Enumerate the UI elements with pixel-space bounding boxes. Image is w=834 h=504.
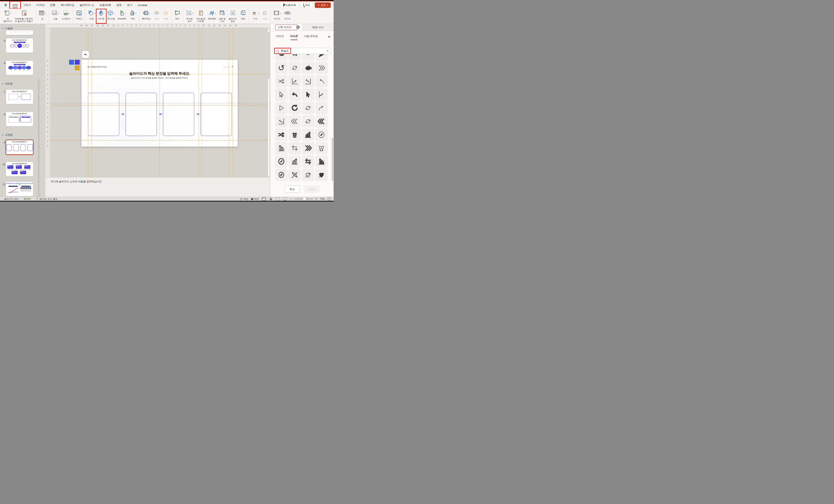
stock-icon-bar-chart-decline-outline[interactable] [275, 142, 288, 154]
stock-icon-compass-bold[interactable] [275, 155, 288, 168]
메모-button[interactable]: 메모 [301, 2, 313, 8]
slide-thumbnail-11[interactable]: 전력 집약형 산업으로의 전환, 특히 데이터센터 산업의 전력 수요 급증 전… [6, 182, 33, 196]
ribbon-button-날짜및시간[interactable]: 날짜 및시간 [217, 9, 227, 23]
section-header-대조형[interactable]: ∨대조형 [2, 82, 13, 86]
stock-icon-bar-chart-growth-outline[interactable] [288, 155, 301, 168]
stock-icon-whale[interactable] [302, 62, 314, 74]
category-tab-아이콘[interactable]: 아이콘 [290, 35, 298, 40]
ribbon-button-새슬라이드[interactable]: ∨새슬라이드 [2, 9, 14, 23]
ribbon-button-아이콘[interactable]: 아이콘 [97, 9, 106, 23]
slide-header-placeholder[interactable]: 01제목을 입력해 주세요 [88, 66, 107, 68]
zoom-out-button[interactable]: − [290, 197, 292, 201]
sidebar-scrollbar[interactable] [38, 79, 40, 197]
stock-icon-compass-rings[interactable] [275, 168, 288, 181]
ribbon-button-Copilot을사용하여새슬라이드만들기[interactable]: Copilot을 사용하여새 슬라이드 만들기 [14, 9, 35, 23]
stock-icon-shuffle-arrows-thin[interactable] [275, 75, 288, 88]
menu-tab-홈[interactable]: 홈 [2, 1, 10, 9]
stock-icon-heart-arrow-outline[interactable] [302, 168, 314, 181]
ribbon-button-메모[interactable]: 메모 [173, 9, 182, 23]
ribbon-button-머리글및바닥글[interactable]: 머리글 및바닥글 [195, 9, 207, 23]
stock-icon-curve-arc[interactable] [302, 54, 314, 61]
menu-tab-보기[interactable]: 보기 [125, 1, 135, 9]
stock-icon-bar-chart-growth-filled[interactable] [315, 155, 328, 168]
panel-tab-스톡이미지[interactable]: 스톡 이미지✕ [270, 24, 302, 31]
comments-toggle-button[interactable]: 메모 [251, 198, 259, 201]
zoom-slider-knob[interactable] [303, 197, 306, 201]
stock-icon-chart-decrease-box[interactable] [302, 75, 314, 88]
stock-icon-undo-arrow-bold[interactable] [288, 102, 301, 114]
stock-icon-chevrons-left-thin[interactable] [288, 115, 301, 128]
section-header-나열형[interactable]: ∨나열형 [2, 27, 13, 30]
logo-square-blue[interactable] [69, 60, 74, 65]
ribbon-button-카메오[interactable]: P카메오 [74, 9, 84, 23]
stock-icon-cursor-filled[interactable] [302, 88, 314, 101]
stock-icon-trend-arrow-chart[interactable] [315, 88, 328, 101]
stock-icon-bar-chart-arrow-filled[interactable] [302, 129, 314, 141]
ribbon-button-3D모델[interactable]: ∨3D 모델 [106, 9, 116, 23]
ribbon-button-개체[interactable]: 개체 [239, 9, 247, 23]
slide-thumbnail-7[interactable]: 슬라이드의 핵심 문장을 입력해 주세요.≫ [6, 90, 33, 104]
zoom-slider[interactable] [294, 199, 313, 199]
language-indicator[interactable]: 한국어 [24, 198, 31, 201]
slide-card-3[interactable] [163, 93, 194, 136]
notes-toggle-button[interactable]: 메모 [240, 198, 248, 201]
menu-tab-Acrobat[interactable]: Acrobat [135, 1, 150, 9]
slide-sorter-view-button[interactable] [269, 197, 273, 201]
ribbon-button-도형[interactable]: ∨도형 [86, 9, 97, 23]
logo-square-gold[interactable] [75, 65, 80, 70]
clear-search-icon[interactable]: ✕ [327, 49, 329, 52]
ribbon-button-그림[interactable]: ∨그림 [50, 9, 60, 23]
menu-tab-디자인[interactable]: 디자인 [34, 1, 47, 9]
stock-icon-chevrons-right-thin[interactable] [315, 62, 328, 74]
canvas-scrollbar[interactable] [268, 28, 269, 177]
stock-icon-recycle-bin-outline[interactable] [315, 142, 328, 154]
menu-tab-검토[interactable]: 검토 [114, 1, 125, 9]
menu-tab-녹음/녹화[interactable]: 녹음/녹화 [97, 1, 114, 9]
stock-icon-bow-and-arrow[interactable] [288, 168, 301, 181]
slide-thumbnail-5[interactable]: 슬라이드의 핵심 문장을 입력해 주세요.OO서비스 대표 구성 요소A요소B요… [6, 39, 33, 53]
stock-icon-sync-arrows[interactable] [288, 62, 301, 74]
notes-pane[interactable]: 여기에 슬라이드 노트의 내용을 입력하십시오 [45, 177, 270, 197]
stock-icon-chart-decline-box[interactable] [275, 115, 288, 128]
ribbon-button-스크린샷[interactable]: ∨스크린샷 [60, 9, 72, 23]
menu-tab-삽입[interactable]: 삽입 [10, 1, 20, 9]
stock-icon-curved-arrow-left[interactable] [315, 75, 328, 88]
menu-tab-그리기[interactable]: 그리기 [20, 1, 34, 9]
logo-square-indigo[interactable] [75, 60, 80, 65]
ribbon-button-확대/축소[interactable]: ∨확대/축소 [140, 9, 152, 23]
stock-icon-cycle-arrows-2[interactable] [302, 115, 314, 128]
stock-icon-chevrons-right-bold[interactable] [302, 142, 314, 154]
fit-slide-button[interactable]: ⁜ [328, 198, 331, 200]
slide-card-1[interactable] [88, 93, 119, 136]
designer-sparkle-button[interactable]: ✦✦ [82, 51, 89, 58]
menu-tab-애니메이션[interactable]: 애니메이션 [58, 1, 77, 9]
slide-thumbnail-10[interactable]: 슬라이드의 핵심 문장을 입력해 주세요. STEP1 STEP3 STEP5 … [6, 162, 33, 176]
section-header-과정형[interactable]: ∨과정형 [2, 133, 13, 137]
stock-icon-cycle-arrows[interactable] [302, 102, 314, 114]
stock-icon-arc-arrow-filled[interactable] [275, 54, 288, 61]
stock-icon-heart-arrow-filled[interactable] [315, 168, 328, 181]
slide-thumbnail-6[interactable]: 슬라이드의 핵심 문장을 입력해 주세요.OO서비스 대표 구성 요소 [6, 61, 33, 75]
stock-icon-chevrons-left-bold[interactable] [315, 115, 328, 128]
stock-icon-loop-arrow[interactable]: ↬ [288, 54, 301, 61]
ribbon-button-비디오[interactable]: ∨비디오 [272, 9, 282, 23]
reading-view-button[interactable] [276, 197, 280, 201]
stock-icon-shuffle-arrows-bold[interactable] [275, 129, 288, 141]
stock-icon-cursor-outline[interactable] [275, 88, 288, 101]
ribbon-button-오디오[interactable]: ∨오디오 [282, 9, 293, 23]
slide-card-2[interactable] [126, 93, 157, 136]
chevron-down-icon[interactable]: ∨ [328, 35, 331, 38]
slide-card-4[interactable] [201, 93, 232, 136]
녹음/녹화-button[interactable]: 녹음/녹화 [281, 2, 299, 8]
normal-view-button[interactable] [262, 197, 266, 201]
slide-thumbnail-8[interactable]: 슬라이드의 핵심 문장을 입력해 주세요.AS-ISTO-BE [6, 112, 33, 126]
stock-icon-chart-increase-box[interactable] [288, 75, 301, 88]
ribbon-button-표[interactable]: ∨표 [37, 9, 47, 23]
ribbon-button-차트[interactable]: ∨차트 [128, 9, 138, 23]
zoom-level[interactable]: 74% [320, 198, 325, 200]
stock-icon-corner-arrow-filled[interactable] [315, 54, 328, 61]
stock-icon-rotate-left-arrow[interactable]: ↺ [275, 62, 288, 74]
menu-tab-슬라이드쇼[interactable]: 슬라이드 쇼 [77, 1, 97, 9]
zoom-in-button[interactable]: + [315, 197, 317, 201]
search-input-value[interactable]: 화살표 [281, 49, 289, 53]
